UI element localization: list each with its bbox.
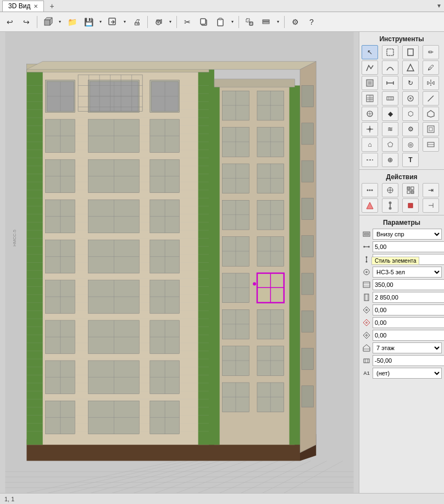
settings-button[interactable]: ⚙ bbox=[287, 14, 303, 30]
tool-polyline[interactable] bbox=[362, 60, 378, 75]
action-box-btn[interactable] bbox=[402, 198, 419, 213]
param1-icon bbox=[362, 305, 371, 315]
tool-pen[interactable]: 🖊 bbox=[423, 60, 439, 75]
tool-circle3d[interactable]: ◎ bbox=[402, 137, 419, 152]
tool-mirror[interactable] bbox=[423, 76, 439, 90]
svg-marker-322 bbox=[363, 345, 370, 351]
tool-ruler[interactable] bbox=[382, 91, 398, 106]
tool-select[interactable]: ↖ bbox=[362, 45, 378, 59]
export-dropdown[interactable]: ▾ bbox=[121, 14, 128, 30]
cut-button[interactable]: ✂ bbox=[180, 14, 195, 30]
offset-x-row: мм bbox=[362, 241, 442, 252]
mark-select[interactable]: (нет) A1 A2 bbox=[373, 368, 442, 379]
tool-diamond[interactable]: ◆ bbox=[382, 107, 398, 121]
z-offset-input[interactable] bbox=[373, 355, 444, 366]
width-row: мм bbox=[362, 279, 442, 290]
height-input[interactable] bbox=[373, 292, 444, 303]
svg-rect-237 bbox=[302, 86, 313, 107]
tool-node[interactable] bbox=[362, 107, 378, 121]
3d-viewport[interactable]: НМСС-5 Стиль элемента bbox=[0, 32, 359, 493]
redo-button[interactable]: ↪ bbox=[19, 14, 34, 30]
tool-panel[interactable] bbox=[423, 122, 439, 136]
save-dropdown[interactable]: ▾ bbox=[97, 14, 104, 30]
svg-rect-11 bbox=[219, 18, 222, 20]
tool-dimension[interactable] bbox=[382, 76, 398, 90]
action-arrows-btn[interactable]: ⇥ bbox=[423, 183, 439, 197]
offset-y-icon bbox=[362, 254, 371, 264]
svg-rect-290 bbox=[407, 187, 410, 190]
toolbar-separator-5 bbox=[284, 16, 285, 28]
paste-button[interactable] bbox=[213, 14, 228, 30]
svg-point-318 bbox=[365, 322, 368, 324]
svg-marker-294 bbox=[367, 202, 373, 209]
toolbar-separator-1 bbox=[37, 16, 37, 28]
snap-mode-select[interactable]: Внизу спр Вверху По центру bbox=[373, 229, 442, 240]
action-export2-btn[interactable]: ⊣ bbox=[423, 198, 439, 213]
add-tab-button[interactable]: + bbox=[47, 2, 56, 10]
tool-pencil[interactable]: ✏ bbox=[423, 45, 439, 59]
cube-view-button[interactable] bbox=[40, 14, 56, 30]
camera-button[interactable] bbox=[151, 14, 166, 30]
active-tab[interactable]: 3D Вид ✕ bbox=[2, 1, 44, 12]
param1-input[interactable] bbox=[373, 304, 444, 315]
status-coords: 1, 1 bbox=[4, 496, 14, 502]
action-grid2-btn[interactable] bbox=[402, 183, 419, 197]
tool-3dshape[interactable] bbox=[423, 107, 439, 121]
tool-wave[interactable]: ≋ bbox=[382, 122, 398, 136]
offset-x-input[interactable] bbox=[373, 241, 444, 252]
svg-rect-169 bbox=[209, 86, 220, 445]
svg-rect-245 bbox=[302, 386, 313, 407]
tool-text[interactable]: T bbox=[402, 153, 419, 167]
layers-dropdown[interactable]: ▾ bbox=[275, 14, 281, 30]
tool-fill[interactable] bbox=[362, 76, 378, 90]
tool-arc[interactable] bbox=[382, 60, 398, 75]
tool-triangle[interactable] bbox=[402, 60, 419, 75]
save-button[interactable]: 💾 bbox=[81, 14, 96, 30]
tab-close-icon[interactable]: ✕ bbox=[34, 3, 38, 9]
tool-rect-select[interactable] bbox=[382, 45, 398, 59]
svg-marker-306 bbox=[365, 261, 368, 262]
undo-button[interactable]: ↩ bbox=[2, 14, 18, 30]
tool-gear[interactable]: ⚙ bbox=[402, 122, 419, 136]
tool-stamp[interactable] bbox=[402, 91, 419, 106]
param2-input[interactable] bbox=[373, 317, 444, 328]
paste-dropdown[interactable]: ▾ bbox=[229, 14, 236, 30]
tool-unknown1[interactable] bbox=[423, 137, 439, 152]
action-dots-btn[interactable] bbox=[362, 183, 378, 197]
action-angle-btn[interactable] bbox=[362, 198, 378, 213]
move-button[interactable] bbox=[242, 14, 257, 30]
tool-nodeplus[interactable]: ⊕ bbox=[382, 153, 398, 167]
svg-rect-238 bbox=[302, 123, 313, 145]
svg-rect-243 bbox=[302, 311, 313, 332]
tool-link[interactable] bbox=[423, 91, 439, 106]
cube-view-dropdown[interactable]: ▾ bbox=[57, 14, 63, 30]
tool-roof[interactable]: ⌂ bbox=[362, 137, 378, 152]
help-button[interactable]: ? bbox=[304, 14, 319, 30]
tool-dashline[interactable] bbox=[362, 153, 378, 167]
action-node-btn[interactable] bbox=[382, 198, 398, 213]
tools-grid: ↖ ✏ 🖊 bbox=[362, 45, 442, 167]
svg-point-285 bbox=[369, 190, 371, 191]
param3-input[interactable] bbox=[373, 330, 444, 341]
folder-button[interactable]: 📁 bbox=[64, 14, 80, 30]
svg-rect-241 bbox=[302, 236, 313, 257]
action-star-btn[interactable] bbox=[382, 183, 398, 197]
tool-rotate[interactable]: ↻ bbox=[402, 76, 419, 90]
style-select[interactable]: НС3-5 зел НС3-5 бел bbox=[373, 267, 442, 278]
tool-grid[interactable] bbox=[362, 91, 378, 106]
export-button[interactable] bbox=[105, 14, 120, 30]
copy-button[interactable] bbox=[196, 14, 212, 30]
layers-button[interactable] bbox=[258, 14, 274, 30]
width-input[interactable] bbox=[373, 279, 444, 290]
print-button[interactable]: 🖨 bbox=[129, 14, 145, 30]
height-icon bbox=[362, 292, 371, 302]
mark-row: A1 (нет) A1 A2 bbox=[362, 368, 442, 379]
tool-polygon[interactable]: ⬠ bbox=[382, 137, 398, 152]
svg-point-247 bbox=[253, 283, 256, 286]
floor-select[interactable]: 7 этаж 1 этаж 2 этаж 3 этаж 4 этаж 5 эта… bbox=[373, 342, 442, 353]
snap-mode-row: Внизу спр Вверху По центру bbox=[362, 229, 442, 240]
camera-dropdown[interactable]: ▾ bbox=[167, 14, 174, 30]
tool-line[interactable] bbox=[402, 45, 419, 59]
tool-crosshair[interactable] bbox=[362, 122, 378, 136]
tool-hex[interactable]: ⬡ bbox=[402, 107, 419, 121]
